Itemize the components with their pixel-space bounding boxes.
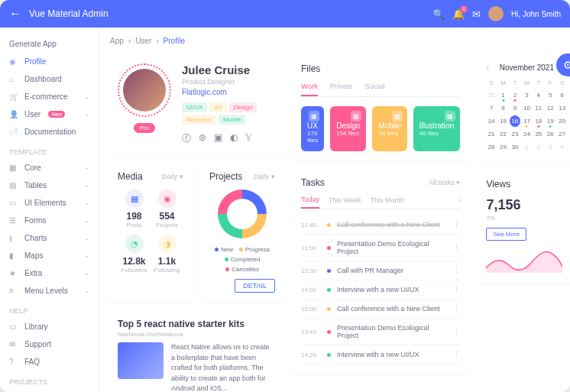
chevron-down-icon: ⌄ <box>84 164 89 171</box>
folder-mobile[interactable]: ▦Mobile98 files <box>372 106 406 151</box>
projects-select[interactable]: Daily ▾ <box>254 173 275 180</box>
back-icon[interactable]: ← <box>9 7 21 21</box>
tasks-next-icon[interactable]: › <box>458 196 460 208</box>
instagram-icon[interactable]: ▣ <box>214 132 222 145</box>
crumb-app[interactable]: App <box>110 37 124 45</box>
cal-day[interactable]: 16 <box>510 115 520 127</box>
cal-day[interactable]: 18 <box>533 115 543 127</box>
sidebar-item-menu-levels[interactable]: ≡Menu Levels⌄ <box>0 282 99 300</box>
twitter-icon[interactable]: 𝕐 <box>245 132 251 145</box>
cal-prev-icon[interactable]: ‹ <box>486 63 488 72</box>
task-menu-icon[interactable]: ⋮ <box>453 305 460 313</box>
cal-day[interactable]: 2 <box>533 141 543 153</box>
sidebar-item-library[interactable]: ▭Library <box>0 318 99 335</box>
cal-day[interactable]: 26 <box>546 128 555 140</box>
bell-icon[interactable]: 🔔4 <box>452 8 465 20</box>
cal-day[interactable]: 1 <box>522 141 532 153</box>
tasks-tab-this-month[interactable]: This Month <box>370 196 404 208</box>
folder-design[interactable]: ▦Design154 files <box>330 106 366 151</box>
cal-day[interactable]: 22 <box>498 128 508 140</box>
cal-day[interactable]: 27 <box>557 128 567 140</box>
cal-day[interactable]: 19 <box>546 115 555 127</box>
cal-day[interactable]: 23 <box>510 128 520 140</box>
projects-title: Projects <box>209 171 242 182</box>
avatar[interactable] <box>488 6 504 21</box>
folder-illustration[interactable]: ▦Illustration48 files <box>413 106 461 151</box>
cal-day[interactable]: 28 <box>486 141 496 153</box>
cal-day[interactable]: 8 <box>498 102 508 114</box>
cal-day[interactable]: 14 <box>486 115 496 127</box>
cal-day[interactable]: 13 <box>557 102 567 114</box>
crumb-user[interactable]: User <box>135 37 151 45</box>
cal-day[interactable]: 3 <box>522 89 532 101</box>
sidebar-item-forms[interactable]: ☰Forms⌄ <box>0 212 99 229</box>
sidebar-item-tables[interactable]: ▤Tables⌄ <box>0 177 99 194</box>
sidebar-item-e-commerce[interactable]: 🛒E-commerce⌄ <box>0 88 99 105</box>
sidebar-icon: ≡ <box>9 287 18 295</box>
files-tab-social[interactable]: Social <box>365 82 385 96</box>
task-menu-icon[interactable]: ⋮ <box>453 221 460 228</box>
sidebar-item-extra[interactable]: ★Extra⌄ <box>0 264 99 282</box>
cal-day[interactable]: 20 <box>557 115 567 127</box>
views-value: 7,156 <box>486 197 567 213</box>
cal-day[interactable]: 3 <box>546 141 555 153</box>
cal-day[interactable]: 30 <box>510 141 520 153</box>
mail-icon[interactable]: ✉ <box>472 8 481 20</box>
sidebar-item-ui-elements[interactable]: ▭UI Elements⌄ <box>0 194 99 212</box>
cal-day[interactable]: 2 <box>510 89 520 101</box>
files-title: Files <box>301 63 320 74</box>
cal-day[interactable]: 25 <box>533 128 543 140</box>
tasks-tab-this-week[interactable]: This Week <box>329 196 361 208</box>
tasks-select[interactable]: All tasks ▾ <box>429 179 461 186</box>
cal-day[interactable]: 7 <box>486 102 496 114</box>
see-more-button[interactable]: See More <box>486 228 526 241</box>
cal-day[interactable]: 1 <box>498 89 508 101</box>
github-icon[interactable]: ◐ <box>230 132 238 145</box>
cal-day[interactable]: 6 <box>557 89 567 101</box>
sidebar-item-maps[interactable]: ▮Maps⌄ <box>0 247 99 264</box>
task-menu-icon[interactable]: ⋮ <box>453 328 460 335</box>
sidebar-item-faq[interactable]: ?FAQ <box>0 353 99 371</box>
files-tab-work[interactable]: Work <box>301 82 318 96</box>
files-tab-private[interactable]: Private <box>330 82 353 96</box>
sidebar-item-documentation[interactable]: 📄Documentation <box>0 123 99 141</box>
facebook-icon[interactable]: ⓕ <box>182 132 191 145</box>
sidebar-item-user[interactable]: 👤UserNew⌄ <box>0 105 99 123</box>
detail-button[interactable]: DETAIL <box>235 279 275 293</box>
sidebar-item-support[interactable]: ✉Support <box>0 335 99 353</box>
cal-day[interactable]: 17 <box>522 115 532 127</box>
sidebar-icon: ⌂ <box>9 75 18 83</box>
cal-day[interactable]: 10 <box>522 102 532 114</box>
cal-day[interactable]: 21 <box>486 128 496 140</box>
folder-ux[interactable]: ▦UX178 files <box>301 106 324 151</box>
folder-icon: ▦ <box>392 111 403 121</box>
tasks-tab-today[interactable]: Today <box>301 196 319 209</box>
task-menu-icon[interactable]: ⋮ <box>453 351 460 358</box>
dribbble-icon[interactable]: ⊛ <box>199 132 206 145</box>
cal-day[interactable]: 5 <box>546 89 555 101</box>
sidebar-label: UI Elements <box>24 199 66 207</box>
sidebar-section-projects: PROJECTS <box>0 371 99 389</box>
cal-day-header: S <box>557 78 567 88</box>
task-menu-icon[interactable]: ⋮ <box>453 244 460 251</box>
cal-day[interactable]: 12 <box>546 102 555 114</box>
cal-day[interactable]: 24 <box>522 128 532 140</box>
profile-link[interactable]: Flatlogic.com <box>182 88 275 96</box>
search-icon[interactable]: 🔍 <box>432 8 445 20</box>
media-stat: ◑1.1kFollowing <box>151 235 183 274</box>
cal-day[interactable]: 11 <box>533 102 543 114</box>
sidebar-item-profile[interactable]: ◉Profile <box>0 53 99 70</box>
sidebar-item-dashboard[interactable]: ⌂Dashboard <box>0 70 99 88</box>
task-menu-icon[interactable]: ⋮ <box>453 286 460 293</box>
legend-item: Cancelled <box>225 266 259 273</box>
cal-day[interactable]: 9 <box>510 102 520 114</box>
cal-day[interactable]: 4 <box>533 89 543 101</box>
cal-day[interactable]: 29 <box>498 141 508 153</box>
media-select[interactable]: Daily ▾ <box>162 173 183 180</box>
sidebar-item-charts[interactable]: ⫿Charts⌄ <box>0 229 99 247</box>
cal-day[interactable]: 4 <box>557 141 567 153</box>
cal-day[interactable]: 31 <box>486 89 496 101</box>
task-menu-icon[interactable]: ⋮ <box>453 267 460 274</box>
sidebar-item-core[interactable]: ▦Core⌄ <box>0 159 99 177</box>
cal-day[interactable]: 15 <box>498 115 508 127</box>
